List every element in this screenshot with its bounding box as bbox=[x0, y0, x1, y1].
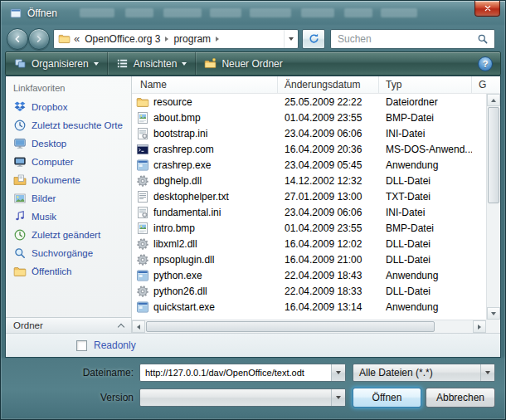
file-row[interactable]: fundamental.ini 23.04.2009 06:06 INI-Dat… bbox=[132, 204, 486, 220]
file-type: DLL-Datei bbox=[379, 254, 472, 266]
back-button[interactable] bbox=[7, 28, 28, 50]
filename-row: Dateiname: Alle Dateien (*.*) bbox=[1, 364, 505, 382]
help-button[interactable]: ? bbox=[478, 56, 493, 71]
sidebar-item-desktop[interactable]: Desktop bbox=[6, 134, 131, 153]
txt-icon bbox=[136, 190, 149, 203]
breadcrumb-item-openoffice[interactable]: OpenOffice.org 3 bbox=[83, 33, 162, 45]
breadcrumb[interactable]: « OpenOffice.org 3 program bbox=[53, 29, 299, 49]
file-type: Dateiordner bbox=[379, 96, 472, 108]
version-dropdown-button[interactable] bbox=[331, 389, 345, 406]
filetype-combobox[interactable]: Alle Dateien (*.*) bbox=[353, 364, 495, 382]
file-type: Anwendung bbox=[379, 301, 472, 313]
file-row[interactable]: about.bmp 01.04.2009 23:55 BMP-Datei bbox=[132, 110, 486, 125]
vertical-scrollbar[interactable] bbox=[486, 94, 500, 320]
sidebar-item-dropbox[interactable]: Dropbox bbox=[6, 98, 131, 116]
column-header-type[interactable]: Typ bbox=[379, 76, 472, 93]
column-header-name[interactable]: Name bbox=[132, 76, 278, 93]
options-row: Readonly bbox=[6, 333, 500, 357]
file-date: 22.04.2009 18:43 bbox=[278, 270, 379, 281]
sidebar-item-zuletzt-geändert[interactable]: Zuletzt geändert bbox=[6, 226, 131, 244]
file-name: python26.dll bbox=[153, 286, 207, 297]
file-date: 27.01.2009 13:00 bbox=[278, 191, 379, 203]
refresh-button[interactable] bbox=[302, 29, 325, 49]
sidebar-item-bilder[interactable]: Bilder bbox=[6, 189, 131, 208]
readonly-label[interactable]: Readonly bbox=[94, 339, 136, 351]
vertical-scroll-thumb[interactable] bbox=[488, 107, 499, 203]
glass-reflection bbox=[125, 8, 153, 17]
file-name: resource bbox=[153, 96, 192, 108]
scroll-left-button[interactable] bbox=[132, 320, 145, 333]
sidebar-item-computer[interactable]: Computer bbox=[6, 153, 131, 171]
file-row[interactable]: dbghelp.dll 14.12.2002 12:32 DLL-Datei bbox=[132, 173, 486, 188]
file-type: INI-Datei bbox=[379, 128, 472, 139]
file-date: 16.04.2009 12:02 bbox=[278, 238, 379, 250]
new-folder-button[interactable]: Neuer Ordner bbox=[195, 52, 290, 75]
file-row[interactable]: desktophelper.txt 27.01.2009 13:00 TXT-D… bbox=[132, 188, 486, 204]
breadcrumb-item-program[interactable]: program bbox=[172, 33, 212, 45]
scroll-down-button[interactable] bbox=[487, 307, 500, 320]
folder-icon bbox=[58, 32, 71, 45]
documents-icon bbox=[13, 173, 27, 187]
dll-icon bbox=[136, 253, 149, 266]
horizontal-scrollbar[interactable] bbox=[132, 320, 486, 333]
computer-icon bbox=[13, 155, 27, 168]
new-folder-label: Neuer Ordner bbox=[221, 58, 282, 70]
searches-icon bbox=[13, 247, 27, 260]
search-placeholder: Suchen bbox=[331, 33, 477, 45]
version-combobox[interactable] bbox=[139, 388, 346, 407]
file-row[interactable]: crashrep.com 16.04.2009 20:36 MS-DOS-Anw… bbox=[132, 141, 486, 157]
file-date: 01.04.2009 23:55 bbox=[278, 222, 379, 234]
file-date: 22.04.2009 18:33 bbox=[278, 286, 379, 297]
search-box[interactable]: Suchen bbox=[330, 29, 495, 49]
breadcrumb-overflow-chevron[interactable]: « bbox=[74, 32, 80, 45]
chevron-right-icon bbox=[216, 37, 219, 42]
scroll-up-button[interactable] bbox=[487, 94, 500, 106]
version-row: Version Öffnen Abbrechen bbox=[1, 388, 505, 408]
sidebar-item-musik[interactable]: Musik bbox=[6, 208, 131, 226]
filename-input[interactable] bbox=[140, 364, 331, 381]
open-button[interactable]: Öffnen bbox=[353, 388, 421, 408]
file-row[interactable]: python.exe 22.04.2009 18:43 Anwendung bbox=[132, 267, 486, 283]
file-date: 16.04.2009 13:14 bbox=[278, 301, 379, 313]
sidebar-item-suchvorgänge[interactable]: Suchvorgänge bbox=[6, 244, 131, 262]
file-date: 23.04.2009 06:06 bbox=[278, 207, 379, 218]
forward-button[interactable] bbox=[28, 28, 50, 50]
titlebar: Öffnen bbox=[1, 1, 505, 26]
breadcrumb-dropdown[interactable] bbox=[284, 30, 298, 48]
bmp-icon bbox=[136, 222, 149, 235]
file-type: BMP-Datei bbox=[379, 112, 472, 124]
scroll-right-button[interactable] bbox=[473, 320, 486, 333]
close-button[interactable] bbox=[474, 1, 500, 17]
file-row[interactable]: quickstart.exe 16.04.2009 13:14 Anwendun… bbox=[132, 299, 486, 315]
sidebar-item-dokumente[interactable]: Dokumente bbox=[6, 171, 131, 189]
column-header-row: Name Änderungsdatum Typ G bbox=[132, 76, 500, 94]
readonly-checkbox[interactable] bbox=[76, 340, 87, 351]
file-date: 16.04.2009 20:36 bbox=[278, 144, 379, 155]
filename-combobox[interactable] bbox=[139, 364, 346, 382]
file-row[interactable]: libxml2.dll 16.04.2009 12:02 DLL-Datei bbox=[132, 236, 486, 252]
chevron-down-icon bbox=[485, 371, 490, 374]
filename-dropdown-button[interactable] bbox=[331, 364, 345, 381]
file-row[interactable]: crashrep.exe 23.04.2009 05:45 Anwendung bbox=[132, 157, 486, 173]
file-row[interactable]: npsoplugin.dll 16.04.2009 21:00 DLL-Date… bbox=[132, 252, 486, 267]
file-row[interactable]: python26.dll 22.04.2009 18:33 DLL-Datei bbox=[132, 283, 486, 299]
sidebar-item-öffentlich[interactable]: Öffentlich bbox=[6, 262, 131, 281]
search-icon bbox=[477, 33, 489, 45]
file-name: crashrep.com bbox=[153, 144, 214, 155]
column-header-size[interactable]: G bbox=[472, 76, 500, 93]
cancel-button[interactable]: Abbrechen bbox=[426, 388, 495, 408]
filetype-dropdown-button[interactable] bbox=[480, 364, 494, 381]
file-row[interactable]: resource 25.05.2009 22:22 Dateiordner bbox=[132, 94, 486, 110]
organize-icon bbox=[14, 57, 27, 70]
file-list-body: resource 25.05.2009 22:22 Dateiordner ab… bbox=[132, 94, 486, 320]
views-button[interactable]: Ansichten bbox=[107, 52, 196, 75]
organize-button[interactable]: Organisieren bbox=[6, 52, 107, 75]
public-icon bbox=[13, 265, 27, 278]
chevron-up-icon bbox=[118, 323, 124, 330]
folders-expander[interactable]: Ordner bbox=[6, 317, 131, 333]
sidebar-item-zuletzt-besuchte-orte[interactable]: Zuletzt besuchte Orte bbox=[6, 116, 131, 134]
horizontal-scroll-thumb[interactable] bbox=[146, 321, 435, 332]
file-row[interactable]: bootstrap.ini 23.04.2009 06:06 INI-Datei bbox=[132, 125, 486, 141]
column-header-date[interactable]: Änderungsdatum bbox=[278, 76, 379, 93]
file-row[interactable]: intro.bmp 01.04.2009 23:55 BMP-Datei bbox=[132, 220, 486, 236]
